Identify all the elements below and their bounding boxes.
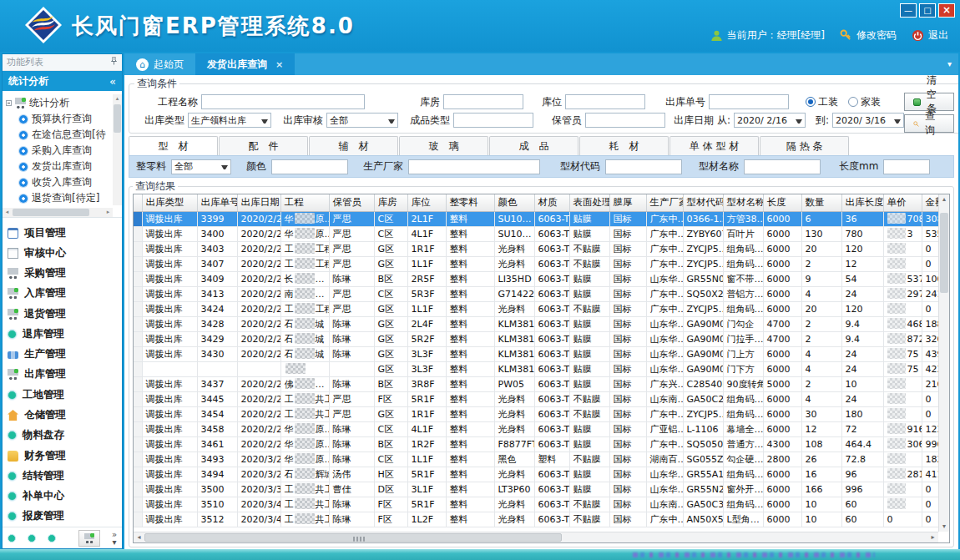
grid-column-header[interactable]: 数量 [801,194,841,211]
tree-item[interactable]: 采购入库查询 [6,143,120,159]
tab-shipping-outbound-query[interactable]: 发货出库查询 × [195,53,295,75]
section-header-statistics[interactable]: 统计分析 « [3,71,122,91]
sidebar-module-item[interactable]: 出库管理 [8,365,122,385]
table-row[interactable]: 调拨出库 3510 2020/3/4 工共工程 陈琳 F区 5R1F 整料 光身… [134,497,938,512]
table-row[interactable]: 调拨出库 3493 2020/3/2 华原… 陈琳 C区 1L1F 整料 黑色 … [134,452,938,467]
tab-close-icon[interactable]: × [275,59,283,70]
material-tab[interactable]: 隔 热 条 [760,136,849,155]
sidebar-module-item[interactable]: 报废管理 [8,507,122,527]
tab-home[interactable]: ⌂ 起始页 [124,53,195,75]
more-chevron[interactable]: »▾ [112,531,117,546]
material-tab[interactable]: 辅 材 [309,136,398,155]
grid-column-header[interactable]: 工程 [280,194,329,211]
grid-column-header[interactable]: 出库类型 [142,194,197,211]
grid-column-header[interactable]: 型材代码 [683,194,723,211]
sidebar-module-item[interactable]: 物料盘存 [8,426,122,446]
sidebar-module-item[interactable]: 审核中心 [8,243,122,263]
outbound-type-select[interactable]: 生产领料出库 [188,113,271,128]
grid-column-header[interactable]: 出库单号 [197,194,237,211]
grid-column-header[interactable]: 膜厚 [609,194,646,211]
tree-item[interactable]: 退货查询[待定] [6,190,120,206]
manufacturer-input[interactable] [408,159,540,174]
profile-name-input[interactable] [744,159,821,174]
table-row[interactable]: 调拨出库 3458 2020/2/28 华原… 陈琳 C区 4L1F 整料 光身… [134,421,938,436]
grid-column-header[interactable]: 整零料 [446,194,494,211]
product-type-input[interactable] [453,113,533,128]
grid-vertical-scrollbar[interactable]: ▴▾ [938,194,949,532]
logout-button[interactable]: 退出 [912,28,948,43]
sidebar-module-item[interactable]: 仓储管理 [8,405,122,425]
close-button[interactable]: × [938,3,955,18]
table-row[interactable]: 调拨出库 3409 2020/2/25 长… 陈琳 B区 2R5F 整料 LI3… [134,271,938,286]
table-row[interactable]: 调拨出库 3461 2020/2/28 华原… 陈琳 B区 1R2F 整料 F8… [134,436,938,452]
material-tab[interactable]: 玻 璃 [399,136,488,155]
length-input[interactable] [883,159,930,174]
profile-code-input[interactable] [605,159,682,174]
order-no-input[interactable] [709,94,789,109]
table-row[interactable]: 调拨出库 3400 2020/2/25 华原… 严思 C区 4L1F 整料 SU… [134,226,938,241]
warehouse-input[interactable] [443,94,523,109]
sidebar-module-item[interactable]: 入库管理 [8,284,122,304]
grid-column-header[interactable]: 库房 [374,194,407,211]
table-row[interactable]: 调拨出库 3494 2020/3/2 石辉城 汤伟 H区 5R1F 整料 光身料… [134,467,938,482]
grid-horizontal-scrollbar[interactable]: ◂ ▸ [134,532,938,542]
sidebar-module-item[interactable]: 采购管理 [8,264,122,284]
minimize-button[interactable]: — [900,3,917,18]
table-row[interactable]: 调拨出库 3445 2020/2/27 工共工程 严思 F区 5R1F 整料 光… [134,391,938,406]
tree-vertical-scrollbar[interactable]: ▴ [113,94,122,205]
table-row[interactable]: G区 3L3F 整料 KLM3817 6063-T5 贴膜 国标 山东华… GA… [134,361,938,376]
maximize-button[interactable]: □ [919,3,936,18]
sidebar-module-item[interactable]: 补单中心 [8,486,122,506]
table-row[interactable]: 调拨出库 3500 2020/3/3 工共工程 曹佳 D区 3L1F 整料 LT… [134,482,938,497]
whole-part-select[interactable]: 全部 [171,159,231,174]
table-row[interactable]: 调拨出库 3403 2020/2/25 工工程 严思 G区 1R1F 整料 光身… [134,241,938,256]
clear-conditions-button[interactable]: 清空条件 [904,93,954,111]
grid-column-header[interactable]: 金额 [922,194,938,211]
grid-column-header[interactable]: 保管员 [329,194,374,211]
tree-item[interactable]: 预算执行查询 [6,111,120,127]
grid-column-header[interactable]: 单价 [883,194,922,211]
table-row[interactable]: 调拨出库 3413 2020/2/26 南… 严思 C区 5R3F 整料 G71… [134,286,938,301]
sidebar-module-item[interactable]: 生产管理 [8,345,122,365]
grid-column-header[interactable]: 材质 [534,194,569,211]
module-dot-icon[interactable] [8,534,16,542]
project-name-input[interactable] [201,94,365,109]
grid-column-header[interactable]: 颜色 [494,194,534,211]
sidebar-module-item[interactable]: 财务管理 [8,446,122,466]
material-tab[interactable]: 型 材 [129,136,218,155]
module-dot-icon[interactable] [28,534,36,542]
grid-column-header[interactable]: 生产厂家 [646,194,683,211]
material-tab[interactable]: 成 品 [489,136,579,155]
change-password-button[interactable]: 修改密码 [840,28,897,43]
pin-icon[interactable] [110,57,118,68]
table-row[interactable]: 调拨出库 3429 2020/2/26 石城 陈琳 G区 5R2F 整料 KLM… [134,331,938,346]
module-dot-icon[interactable] [48,534,56,542]
collapse-icon[interactable]: « [109,75,116,88]
sidebar-module-item[interactable]: 退库管理 [8,324,122,344]
grid-column-header[interactable]: 型材名称 [723,194,763,211]
date-to-select[interactable]: 2020/ 3/16 [832,113,904,128]
keeper-input[interactable] [585,113,665,128]
material-tab[interactable]: 耗 材 [579,136,669,155]
outbound-audit-select[interactable]: 全部 [326,113,398,128]
location-input[interactable] [565,94,645,109]
tree-item[interactable]: 收货入库查询 [6,174,120,190]
tree-item[interactable]: 在途信息查询[待 [6,127,120,143]
table-row[interactable]: 调拨出库 3399 2020/2/25 华原… 严思 C区 2L1F 整料 SU… [134,211,938,226]
sidebar-module-item[interactable]: 工地管理 [8,385,122,405]
date-from-select[interactable]: 2020/ 2/16 [734,113,806,128]
tree-horizontal-scrollbar[interactable]: ◂▸ [3,208,113,217]
tree-item[interactable]: 发货出库查询 [6,159,120,174]
table-row[interactable]: 调拨出库 3407 2020/2/25 工工程 严思 G区 1L1F 整料 光身… [134,256,938,271]
grid-column-header[interactable]: 表面处理 [569,194,609,211]
table-row[interactable]: 调拨出库 3428 2020/2/26 石城 陈琳 G区 2L4F 整料 KLM… [134,316,938,331]
radio-home-outfit[interactable]: 家装 [848,95,881,109]
grid-column-header[interactable]: 出库日期 [237,194,280,211]
sidebar-module-item[interactable]: 结转管理 [8,466,122,486]
grid-column-header[interactable]: 长度 [763,194,801,211]
material-tab[interactable]: 配 件 [219,136,308,155]
table-row[interactable]: 调拨出库 3424 2020/2/26 工工程 严思 G区 1L1F 整料 光身… [134,301,938,316]
sidebar-module-item[interactable]: 项目管理 [8,223,122,243]
table-row[interactable]: 调拨出库 3454 2020/2/28 工共工程 严思 G区 1R1F 整料 光… [134,406,938,421]
table-row[interactable]: 调拨出库 3430 2020/2/26 石城 陈琳 G区 3L3F 整料 KLM… [134,346,938,361]
